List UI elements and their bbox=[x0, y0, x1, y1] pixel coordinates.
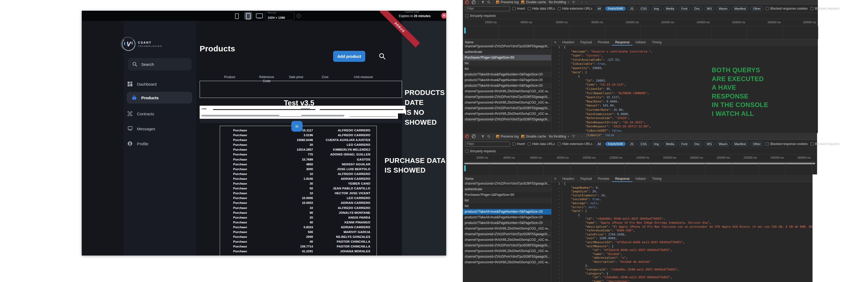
request-row[interactable]: channel?gsessionid=ZVIcDPvmYdrxtTpoSO6F5… bbox=[463, 44, 551, 49]
request-row[interactable]: channel?gsessionid=ZVIcDPvmYdrxtTpoSO6F5… bbox=[463, 181, 551, 186]
checkbox-hide-extension-urls[interactable]: Hide extension URLs bbox=[558, 7, 592, 10]
filter-pill-other[interactable]: Other bbox=[750, 6, 764, 11]
line-number[interactable]: - bbox=[552, 104, 561, 108]
tablet-device-button[interactable] bbox=[244, 12, 252, 20]
sidebar-item-search[interactable]: Search bbox=[128, 58, 192, 70]
checkbox-preserve-log[interactable]: Preserve log bbox=[496, 135, 519, 138]
request-row[interactable]: products?TakeAll=true&PageNumber=0&PageS… bbox=[463, 215, 551, 220]
line-number[interactable]: - bbox=[552, 221, 561, 225]
checkbox-blocked-response-cookies[interactable]: Blocked response cookies bbox=[766, 7, 807, 10]
purchase-row[interactable]: Purchase20LEO CARRERO bbox=[220, 142, 376, 147]
sidebar-item-messages[interactable]: Messages bbox=[127, 124, 192, 134]
line-number[interactable]: - bbox=[552, 280, 561, 282]
throttling-select[interactable]: No throttling▾ bbox=[549, 135, 569, 138]
checkbox-3rd-party-requests[interactable]: 3rd-party requests bbox=[465, 149, 496, 153]
filter-pill-ws[interactable]: WS bbox=[704, 6, 715, 11]
filter-pill-manifest[interactable]: Manifest bbox=[732, 6, 748, 11]
filter-pill-all[interactable]: All bbox=[595, 6, 603, 11]
purchase-row[interactable]: Purchase20ANGIS PARRA bbox=[220, 215, 376, 220]
line-number[interactable]: - bbox=[552, 49, 561, 54]
purchase-row[interactable]: Purchase10ALFREDO CARRERO bbox=[220, 206, 376, 210]
filter-pill-doc[interactable]: Doc bbox=[692, 6, 703, 11]
desktop-device-icon[interactable] bbox=[256, 13, 263, 18]
filter-pill-js[interactable]: JS bbox=[627, 142, 636, 146]
line-number[interactable]: - bbox=[552, 54, 561, 58]
sidebar-item-profile[interactable]: Profile bbox=[127, 139, 192, 148]
line-number[interactable]: - bbox=[552, 83, 561, 87]
line-number[interactable]: - bbox=[552, 108, 561, 112]
column-header-sale-price[interactable]: Sale price bbox=[285, 75, 307, 79]
request-row[interactable]: channel?gsessionid=ZVIcDPvmYdrxtTpoSO6F5… bbox=[463, 243, 551, 248]
line-number[interactable]: - bbox=[552, 248, 561, 252]
request-row[interactable]: products?TakeAll=true&PageNumber=0&PageS… bbox=[463, 220, 551, 226]
request-row[interactable]: products?TakeAll=true&PageNumber=0&PageS… bbox=[463, 209, 551, 215]
network-filter-input[interactable] bbox=[465, 142, 510, 147]
line-number[interactable]: - bbox=[552, 95, 561, 100]
line-number[interactable]: - bbox=[552, 87, 561, 91]
close-icon[interactable]: ✕ bbox=[441, 12, 446, 19]
line-number[interactable]: - bbox=[552, 260, 561, 264]
filter-pill-all[interactable]: All bbox=[595, 142, 603, 146]
line-number[interactable]: - bbox=[552, 209, 561, 213]
filter-pill-wasm[interactable]: Wasm bbox=[716, 6, 730, 11]
line-number[interactable]: - bbox=[552, 245, 561, 249]
line-number[interactable]: - bbox=[552, 79, 561, 83]
filter-pill-css[interactable]: CSS bbox=[638, 6, 650, 11]
network-filter-input[interactable] bbox=[465, 6, 510, 11]
purchase-row[interactable]: Purchase41.2291JOHANA MORALES bbox=[220, 249, 376, 254]
request-row[interactable]: Purchases?Page=1&PageSize=50 bbox=[463, 55, 551, 61]
line-number[interactable]: 1 bbox=[552, 182, 561, 186]
line-number[interactable]: - bbox=[552, 233, 561, 237]
column-header-cost[interactable]: Cost bbox=[316, 75, 334, 79]
purchase-row[interactable]: Purchase3.5196ALFREDO CARRERO bbox=[220, 133, 376, 138]
line-number[interactable]: - bbox=[552, 225, 561, 229]
checkbox-preserve-log[interactable]: Preserve log bbox=[496, 0, 519, 4]
line-number[interactable]: - bbox=[552, 241, 561, 245]
request-row[interactable]: channel?gsessionid=ZVIcDPvmYdrxtTpoSO6F5… bbox=[463, 94, 551, 100]
line-number[interactable]: - bbox=[552, 74, 561, 79]
filter-pill-fetch-xhr[interactable]: Fetch/XHR bbox=[605, 142, 625, 146]
line-number[interactable]: - bbox=[552, 190, 561, 194]
filter-pill-wasm[interactable]: Wasm bbox=[716, 142, 730, 146]
column-header-product[interactable]: Product bbox=[219, 75, 240, 79]
checkbox-invert[interactable]: Invert bbox=[513, 142, 525, 146]
filter-pill-manifest[interactable]: Manifest bbox=[732, 142, 748, 146]
checkbox-blocked-response-cookies[interactable]: Blocked response cookies bbox=[766, 142, 807, 146]
checkbox-3rd-party-requests[interactable]: 3rd-party requests bbox=[465, 14, 496, 17]
request-row[interactable]: channel?gsessionid=9VdX6fLZ8xDhwG5eAqCGD… bbox=[463, 111, 551, 117]
request-row[interactable]: authenticate bbox=[463, 49, 551, 55]
request-row[interactable]: channel?gsessionid=ZVIcDPvmYdrxtTpoSO6F5… bbox=[463, 254, 551, 259]
request-row[interactable]: products?TakeAll=true&PageNumber=0&PageS… bbox=[463, 83, 551, 89]
clear-icon[interactable] bbox=[472, 0, 476, 4]
purchase-row[interactable]: Purchase5.8324ADRIAN CARRERO bbox=[220, 225, 376, 230]
purchase-row[interactable]: Purchase2000NILBELYS GONZALES bbox=[220, 234, 376, 239]
download-icon[interactable]: ↓ bbox=[581, 0, 583, 4]
record-icon[interactable] bbox=[465, 0, 469, 4]
search-icon[interactable] bbox=[379, 53, 385, 60]
network-conditions-icon[interactable] bbox=[571, 1, 576, 4]
line-number[interactable]: 1 bbox=[552, 45, 561, 49]
request-row[interactable]: channel?gsessionid=9VdX6fLZ8xDhwG5eAqCGD… bbox=[463, 226, 551, 232]
line-number[interactable]: - bbox=[552, 91, 561, 96]
line-number[interactable]: - bbox=[552, 252, 561, 256]
filter-pill-other[interactable]: Other bbox=[750, 142, 764, 146]
line-number[interactable]: - bbox=[552, 62, 561, 66]
line-number[interactable]: - bbox=[552, 213, 561, 217]
request-row[interactable]: channel?gsessionid=9VdX6fLZ8xDhwG5eAqCGD… bbox=[463, 248, 551, 254]
request-row[interactable]: channel?gsessionid=9VdX6fLZ8xDhwG5eAqCGD… bbox=[463, 259, 551, 265]
network-overview[interactable] bbox=[463, 162, 817, 176]
purchase-row[interactable]: Purchase10.0006LEO CARRERO bbox=[220, 196, 376, 201]
clear-icon[interactable] bbox=[472, 134, 476, 138]
line-number[interactable]: - bbox=[552, 66, 561, 70]
name-column-header[interactable]: Name bbox=[465, 177, 473, 181]
filter-pill-ws[interactable]: WS bbox=[704, 142, 715, 146]
checkbox-invert[interactable]: Invert bbox=[513, 7, 525, 10]
purchase-row[interactable]: Purchase3000JOSE LUIS BERTOLO bbox=[220, 167, 376, 172]
purchase-row[interactable]: Purchase500MARIVIT GARCIA bbox=[220, 230, 376, 234]
filter-pill-js[interactable]: JS bbox=[627, 6, 636, 11]
line-number[interactable]: - bbox=[552, 198, 561, 202]
line-number[interactable]: - bbox=[552, 120, 561, 125]
purchase-row[interactable]: Purchase12514.2857KIMBERLYN MELENDEZ bbox=[220, 147, 376, 152]
purchase-row[interactable]: Purchase15.7689GASTOS bbox=[220, 157, 376, 162]
filter-pill-fetch-xhr[interactable]: Fetch/XHR bbox=[605, 6, 625, 11]
